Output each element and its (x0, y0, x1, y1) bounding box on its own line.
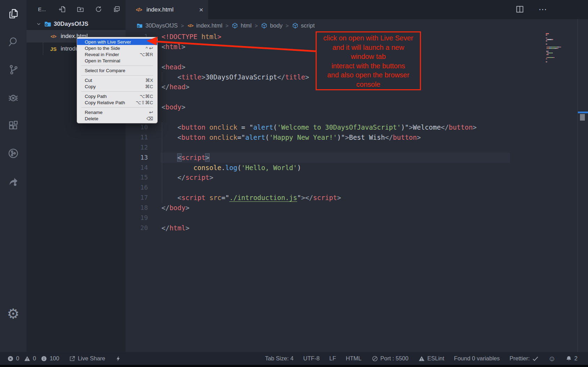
status-found-0-variables[interactable]: Found 0 variables (454, 355, 500, 362)
code-line-17[interactable]: 17 <script src="./introduction.js"></scr… (126, 193, 588, 203)
status-smiley[interactable]: ☺ (549, 355, 556, 362)
menu-item-open-to-the-side[interactable]: Open to the Side^ ↩ (77, 45, 157, 51)
activity-run-debug[interactable] (0, 84, 27, 112)
html-file-icon: </> (187, 22, 194, 29)
status-eslint[interactable]: ESLint (418, 355, 444, 362)
menu-item-label: Copy Path (85, 94, 135, 99)
menu-item-copy-path[interactable]: Copy Path⌥⌘C (77, 93, 157, 99)
refresh-icon[interactable] (95, 5, 103, 13)
menu-item-reveal-in-finder[interactable]: Reveal in Finder⌥⌘R (77, 51, 157, 58)
folder-label: 30DaysOfJS (54, 21, 88, 28)
error-circle-icon (7, 355, 14, 362)
status-lf[interactable]: LF (329, 355, 336, 362)
code-line-14[interactable]: 14 console.log('Hello, World') (126, 163, 588, 173)
activity-gitlens[interactable] (0, 139, 27, 167)
code-line-content: <body> (161, 102, 186, 112)
code-line-content: </script> (161, 173, 213, 183)
code-line-12[interactable]: 12 (126, 143, 588, 153)
menu-item-copy[interactable]: Copy⌘C (77, 83, 157, 90)
minimap-line (546, 48, 577, 49)
close-icon[interactable]: × (199, 6, 203, 13)
status-label: Tab Size: 4 (265, 355, 294, 362)
status-live-share[interactable]: Live Share (69, 355, 105, 362)
status-utf-8[interactable]: UTF-8 (303, 355, 320, 362)
status-port-5500[interactable]: Port : 5500 (371, 355, 409, 362)
gear-icon: ⚙ (7, 308, 19, 320)
minimap-line (546, 57, 577, 58)
breadcrumb-30daysofjs[interactable]: 30DaysOfJS (136, 22, 178, 29)
status-html[interactable]: HTML (346, 355, 362, 362)
menu-item-label: Open in Terminal (85, 58, 149, 63)
code-line-13[interactable]: 13 <script> (126, 153, 588, 163)
code-line-19[interactable]: 19 (126, 213, 588, 223)
breadcrumb-script[interactable]: script (292, 22, 315, 29)
status-0[interactable]: 0 (24, 355, 36, 362)
status-0[interactable]: 0 (7, 355, 19, 362)
menu-item-select-for-compare[interactable]: Select for Compare (77, 67, 157, 74)
menu-item-delete[interactable]: Delete⌫ (77, 115, 157, 122)
activity-extensions[interactable] (0, 112, 27, 139)
collapse-all-icon[interactable] (113, 5, 121, 13)
code-line-11[interactable]: 11 <button onclick="alert('Happy New Yea… (126, 132, 588, 143)
code-line-15[interactable]: 15 </script> (126, 173, 588, 183)
code-line-content: <head> (161, 62, 186, 72)
new-folder-icon[interactable] (76, 5, 84, 13)
scrollbar-thumb[interactable] (580, 114, 585, 121)
breadcrumb-label: script (301, 22, 315, 29)
menu-item-shortcut: ⌥⇧⌘C (136, 100, 153, 105)
menu-item-rename[interactable]: Rename↩ (77, 109, 157, 115)
code-line-10[interactable]: 10 <button onclick = "alert('Welcome to … (126, 122, 588, 132)
minimap[interactable] (546, 33, 577, 63)
minimap-line (546, 40, 577, 41)
breadcrumb-body[interactable]: body (261, 22, 282, 29)
status-100[interactable]: 100 (40, 355, 59, 362)
breadcrumb-label: html (241, 22, 251, 29)
annotation-line: window tab (317, 52, 420, 61)
code-line-8[interactable]: 8<body> (126, 102, 588, 112)
folder-row-30daysofjs[interactable]: 30DaysOfJS (27, 18, 126, 30)
code-line-content: </head> (161, 82, 189, 92)
status-tab-size-4[interactable]: Tab Size: 4 (265, 355, 294, 362)
menu-separator (81, 66, 153, 66)
menu-item-open-in-terminal[interactable]: Open in Terminal (77, 58, 157, 64)
new-file-icon[interactable] (58, 5, 66, 13)
activity-explorer[interactable] (0, 0, 27, 28)
minimap-line (546, 51, 577, 52)
status-prettier[interactable]: Prettier: (510, 355, 539, 362)
search-icon (7, 36, 19, 48)
menu-item-label: Delete (85, 116, 142, 121)
split-editor-icon[interactable] (515, 5, 525, 14)
check-icon (532, 355, 539, 362)
more-actions-icon[interactable]: ⋯ (538, 5, 547, 14)
breadcrumb-index-html[interactable]: </>index.html (187, 22, 222, 29)
code-line-18[interactable]: 18</body> (126, 203, 588, 213)
menu-item-shortcut: ⌫ (146, 116, 153, 121)
code-line-16[interactable]: 16 (126, 183, 588, 193)
code-line-20[interactable]: 20</html> (126, 223, 588, 233)
symbol-cube-icon (232, 22, 238, 29)
activity-search[interactable] (0, 28, 27, 56)
menu-item-label: Open with Live Server (85, 39, 149, 45)
annotation-line: click on open with Live Sever (317, 33, 420, 43)
status-label: 0 (33, 355, 36, 362)
status-2[interactable]: 2 (565, 355, 578, 362)
menu-item-cut[interactable]: Cut⌘X (77, 77, 157, 83)
menu-item-copy-relative-path[interactable]: Copy Relative Path⌥⇧⌘C (77, 99, 157, 106)
code-line-9[interactable]: 9 (126, 112, 588, 122)
line-number: 15 (126, 173, 148, 183)
activity-source-control[interactable] (0, 56, 27, 84)
menu-item-open-with-live-server[interactable]: Open with Live Server (77, 39, 157, 45)
status-label: UTF-8 (303, 355, 320, 362)
menu-item-shortcut: ⌘C (145, 84, 153, 89)
activity-settings[interactable]: ⚙ (0, 300, 27, 328)
status-lightning[interactable] (115, 355, 122, 362)
tab-index-html[interactable]: </> index.html × (126, 0, 208, 19)
html-file-icon: </> (50, 32, 57, 40)
live-share-icon (69, 355, 76, 362)
activity-live-share[interactable] (0, 167, 27, 195)
minimap-line (546, 42, 577, 43)
annotation-line: console (317, 80, 420, 89)
html-file-icon: </> (135, 6, 143, 13)
breadcrumb-html[interactable]: html (232, 22, 251, 29)
code-line-7[interactable]: 7 (126, 92, 588, 102)
